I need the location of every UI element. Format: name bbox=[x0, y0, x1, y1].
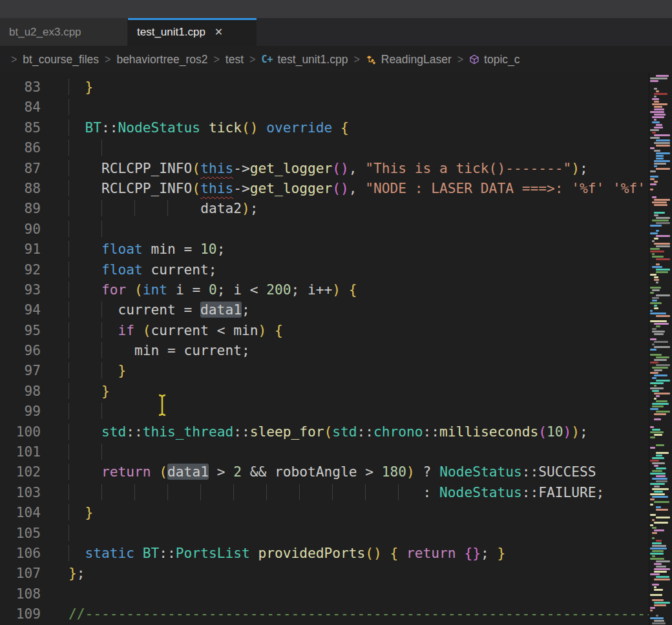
code-line-94[interactable]: 94 current = data1; bbox=[0, 300, 649, 320]
line-number[interactable]: 95 bbox=[0, 320, 41, 340]
indent-guide bbox=[101, 342, 134, 358]
line-number[interactable]: 88 bbox=[0, 178, 41, 198]
line-number[interactable]: 101 bbox=[0, 442, 41, 462]
minimap[interactable] bbox=[649, 73, 672, 625]
code-line-93[interactable]: 93 for (int i = 0; i < 200; i++) { bbox=[0, 280, 649, 300]
line-number[interactable]: 93 bbox=[0, 280, 41, 300]
close-tab-icon[interactable]: ✕ bbox=[215, 27, 223, 37]
line-number[interactable]: 96 bbox=[0, 340, 41, 360]
indent-guide bbox=[101, 221, 110, 237]
code-line-86[interactable]: 86 bbox=[0, 138, 649, 158]
code-text: float current; bbox=[68, 260, 217, 280]
indent-guide bbox=[134, 484, 167, 500]
line-number[interactable]: 90 bbox=[0, 219, 41, 239]
code-line-100[interactable]: 100 std::this_thread::sleep_for(std::chr… bbox=[0, 422, 649, 442]
line-number[interactable]: 109 bbox=[0, 604, 41, 624]
indent-guide bbox=[68, 525, 85, 541]
indent-guide bbox=[266, 484, 299, 500]
indent-guide bbox=[167, 484, 200, 500]
indent-guide bbox=[68, 322, 101, 338]
code-area[interactable]: 83 }84 85 BT::NodeStatus tick() override… bbox=[0, 73, 649, 624]
code-line-84[interactable]: 84 bbox=[0, 97, 649, 117]
indent-guide bbox=[68, 160, 101, 176]
tab-bt_u2_ex3.cpp[interactable]: bt_u2_ex3.cpp bbox=[0, 18, 128, 46]
line-number[interactable]: 85 bbox=[0, 118, 41, 138]
code-line-109[interactable]: 109//-----------------------------------… bbox=[0, 604, 649, 624]
code-text: return (data1 > 2 && robotAngle > 180) ?… bbox=[68, 462, 596, 482]
code-line-103[interactable]: 103 : NodeStatus::FAILURE; bbox=[0, 482, 649, 502]
code-line-107[interactable]: 107}; bbox=[0, 563, 649, 583]
indent-guide bbox=[68, 545, 85, 561]
breadcrumb-item-test_unit1.cpp[interactable]: C+test_unit1.cpp bbox=[261, 53, 348, 67]
line-number[interactable]: 97 bbox=[0, 360, 41, 380]
code-line-92[interactable]: 92 float current; bbox=[0, 260, 649, 280]
code-line-102[interactable]: 102 return (data1 > 2 && robotAngle > 18… bbox=[0, 462, 649, 482]
breadcrumb-item-bt_course_files[interactable]: bt_course_files bbox=[23, 53, 99, 67]
breadcrumb-label: bt_course_files bbox=[23, 53, 99, 67]
breadcrumb-label: test_unit1.cpp bbox=[277, 53, 348, 67]
indent-guide bbox=[299, 484, 332, 500]
code-line-95[interactable]: 95 if (current < min) { bbox=[0, 320, 649, 340]
code-line-87[interactable]: 87 RCLCPP_INFO(this->get_logger(), "This… bbox=[0, 158, 649, 178]
line-number[interactable]: 100 bbox=[0, 422, 41, 442]
tab-test_unit1.cpp[interactable]: test_unit1.cpp✕ bbox=[128, 18, 257, 46]
code-line-83[interactable]: 83 } bbox=[0, 77, 649, 97]
code-line-96[interactable]: 96 min = current; bbox=[0, 340, 649, 360]
code-line-97[interactable]: 97 } bbox=[0, 360, 649, 380]
line-number[interactable]: 106 bbox=[0, 543, 41, 563]
breadcrumb-item-topic_c[interactable]: topic_c bbox=[469, 53, 520, 67]
code-line-101[interactable]: 101 bbox=[0, 442, 649, 462]
indent-guide bbox=[101, 484, 134, 500]
indent-guide bbox=[68, 200, 101, 216]
code-line-89[interactable]: 89 data2); bbox=[0, 198, 649, 218]
indent-guide bbox=[68, 139, 101, 156]
line-number[interactable]: 87 bbox=[0, 158, 41, 178]
code-line-105[interactable]: 105 bbox=[0, 523, 649, 543]
line-number[interactable]: 103 bbox=[0, 482, 41, 502]
code-text: static BT::PortsList providedPorts() { r… bbox=[68, 543, 505, 563]
indent-guide bbox=[398, 484, 423, 500]
code-text: RCLCPP_INFO(this->get_logger(), "NODE : … bbox=[68, 178, 646, 198]
line-number[interactable]: 105 bbox=[0, 523, 41, 543]
code-line-99[interactable]: 99 bbox=[0, 401, 649, 421]
line-number[interactable]: 89 bbox=[0, 198, 41, 218]
chevron-right-icon: > bbox=[11, 52, 17, 67]
breadcrumb: >bt_course_files>behaviortree_ros2>test>… bbox=[0, 46, 672, 73]
code-text bbox=[68, 442, 110, 462]
code-line-85[interactable]: 85 BT::NodeStatus tick() override { bbox=[0, 118, 649, 138]
indent-guide bbox=[167, 200, 200, 216]
line-number[interactable]: 102 bbox=[0, 462, 41, 482]
line-number[interactable]: 92 bbox=[0, 260, 41, 280]
code-line-91[interactable]: 91 float min = 10; bbox=[0, 239, 649, 259]
breadcrumb-item-test[interactable]: test bbox=[226, 53, 244, 67]
line-number[interactable]: 104 bbox=[0, 502, 41, 522]
code-line-98[interactable]: 98 } bbox=[0, 381, 649, 401]
code-line-106[interactable]: 106 static BT::PortsList providedPorts()… bbox=[0, 543, 649, 563]
indent-guide bbox=[68, 302, 101, 318]
indent-guide bbox=[101, 139, 110, 156]
line-number[interactable]: 86 bbox=[0, 138, 41, 158]
code-line-90[interactable]: 90 bbox=[0, 219, 649, 239]
line-number[interactable]: 108 bbox=[0, 584, 41, 604]
line-number[interactable]: 91 bbox=[0, 239, 41, 259]
breadcrumb-item-ReadingLaser[interactable]: ReadingLaser bbox=[366, 53, 452, 67]
chevron-right-icon: > bbox=[213, 52, 219, 67]
line-number[interactable]: 107 bbox=[0, 563, 41, 583]
code-editor[interactable]: 83 }84 85 BT::NodeStatus tick() override… bbox=[0, 73, 672, 625]
indent-guide bbox=[101, 444, 110, 460]
chevron-right-icon: > bbox=[105, 52, 110, 67]
line-number[interactable]: 83 bbox=[0, 77, 41, 97]
line-number[interactable]: 98 bbox=[0, 381, 41, 401]
code-text: min = current; bbox=[68, 340, 250, 360]
code-line-108[interactable]: 108 bbox=[0, 584, 649, 604]
code-text: for (int i = 0; i < 200; i++) { bbox=[68, 280, 357, 300]
breadcrumb-item-behaviortree_ros2[interactable]: behaviortree_ros2 bbox=[116, 53, 207, 67]
line-number[interactable]: 94 bbox=[0, 300, 41, 320]
indent-guide bbox=[68, 403, 101, 419]
code-line-88[interactable]: 88 RCLCPP_INFO(this->get_logger(), "NODE… bbox=[0, 178, 649, 198]
code-line-104[interactable]: 104 } bbox=[0, 502, 649, 522]
indent-guide bbox=[101, 302, 118, 318]
line-number[interactable]: 99 bbox=[0, 401, 41, 421]
code-text: current = data1; bbox=[68, 300, 250, 320]
line-number[interactable]: 84 bbox=[0, 97, 41, 117]
